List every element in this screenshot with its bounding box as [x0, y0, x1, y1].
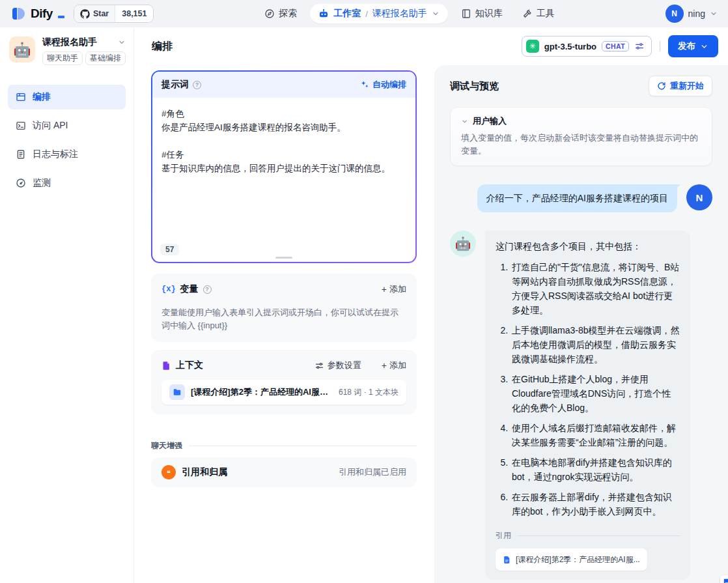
citation-attribution-card[interactable]: ❝ 引用和归属 引用和归属已启用 — [151, 457, 417, 487]
page-title: 编排 — [152, 40, 173, 53]
citation-status: 引用和归属已启用 — [339, 466, 406, 478]
variables-title: 变量 — [180, 283, 199, 295]
char-count-badge: 57 — [160, 244, 179, 255]
restart-button[interactable]: 重新开始 — [649, 76, 712, 96]
add-context-label: 添加 — [389, 360, 406, 371]
dify-logo[interactable]: Dify — [10, 6, 64, 21]
variables-section: {x} 变量 ? + 添加 变量能使用户输入表单引入提示词或开场白，你可以试试在… — [151, 274, 417, 342]
help-icon[interactable]: ? — [203, 285, 212, 294]
model-selector[interactable]: ✳ gpt-3.5-turbo CHAT — [522, 36, 652, 57]
knowledge-item[interactable]: [课程介绍]第2季：产品经理的AI服务... 618 词 · 1 文本块 — [161, 380, 406, 405]
window-icon — [16, 92, 26, 102]
nav-explore-label: 探索 — [279, 8, 297, 20]
sidebar-menu: 编排 访问 API 日志与标注 — [0, 85, 133, 195]
chevron-down-icon[interactable] — [118, 38, 126, 46]
model-name: gpt-3.5-turbo — [544, 42, 596, 51]
knowledge-item-name: [课程介绍]第2季：产品经理的AI服务... — [191, 386, 333, 398]
user-input-header[interactable]: 用户输入 — [461, 115, 701, 127]
context-section: 上下文 参数设置 + 添加 — [151, 350, 417, 414]
bot-message-bubble: 这门课程包含多个项目，其中包括： 打造自己的"干货"信息流，将订阅号、B站等网站… — [485, 231, 690, 580]
debug-title: 调试与预览 — [450, 80, 499, 92]
workspace: 🤖 课程报名助手 聊天助手 基础编排 — [0, 27, 728, 583]
list-item: 在电脑本地部署dify并搭建包含知识库的bot，通过ngrok实现远程访问。 — [511, 455, 680, 484]
chat-enhance-group: 聊天增强 — [151, 440, 417, 451]
robot-icon — [318, 8, 329, 19]
debug-preview-panel: 调试与预览 重新开始 用户输入 — [434, 65, 728, 583]
nav-knowledge[interactable]: 知识库 — [455, 4, 509, 23]
resize-handle[interactable] — [275, 257, 292, 259]
bot-avatar: 🤖 — [450, 231, 476, 257]
app-tag-basic-orchestrate: 基础编排 — [85, 51, 126, 65]
plus-icon: + — [382, 285, 387, 294]
citation-title: 引用和归属 — [182, 466, 227, 478]
list-item: 上手微调llama3-8b模型并在云端微调，然后本地使用微调后的模型，借助云服务… — [511, 323, 680, 366]
publish-button[interactable]: 发布 — [668, 35, 718, 57]
app-info: 🤖 课程报名助手 聊天助手 基础编排 — [0, 36, 133, 65]
list-item: 在云服务器上部署dify，并搭建包含知识库的bot，作为小助手嵌入到网页中。 — [511, 490, 680, 519]
user-name: ning — [688, 8, 705, 19]
logo-underscore — [58, 16, 64, 18]
chevron-down-icon — [710, 10, 718, 18]
sidebar-item-label: 访问 API — [33, 120, 68, 132]
app-tag-chat-assistant: 聊天助手 — [42, 51, 83, 65]
document-icon — [503, 556, 511, 564]
sidebar-item-api[interactable]: 访问 API — [8, 113, 126, 138]
user-avatar: N — [665, 5, 684, 23]
nav-knowledge-label: 知识库 — [475, 8, 503, 20]
user-message-bubble: 介绍一下，产品经理的AI服务搭建课程的项目 — [477, 184, 677, 212]
nav-tools[interactable]: 工具 — [516, 4, 561, 23]
bot-message-row: 🤖 这门课程包含多个项目，其中包括： 打造自己的"干货"信息流，将订阅号、B站等… — [450, 231, 712, 580]
auto-orchestrate-button[interactable]: 自动编排 — [360, 79, 406, 91]
user-input-hint: 填入变量的值，每次启动新会话时该变量将自动替换提示词中的变量。 — [461, 132, 701, 158]
sidebar-item-orchestrate[interactable]: 编排 — [8, 85, 126, 109]
bot-intro-text: 这门课程包含多个项目，其中包括： — [496, 239, 680, 253]
prompt-footer: 57 — [152, 244, 415, 262]
github-icon — [80, 9, 90, 19]
variables-hint: 变量能使用户输入表单引入提示词或开场白，你可以试试在提示词中输入 {{input… — [161, 306, 406, 332]
add-context-button[interactable]: + 添加 — [382, 360, 406, 371]
github-star-badge[interactable]: Star 38,151 — [74, 5, 154, 23]
help-icon[interactable]: ? — [193, 81, 201, 89]
params-settings-button[interactable]: 参数设置 — [315, 360, 361, 371]
main-header: 编排 ✳ gpt-3.5-turbo CHAT 发布 — [134, 27, 728, 65]
breadcrumb-separator: / — [365, 9, 368, 19]
github-star-count: 38,151 — [115, 5, 153, 22]
citation-document[interactable]: [课程介绍]第2季：产品经理的AI服... — [496, 548, 647, 571]
user-menu[interactable]: N ning — [665, 5, 718, 23]
auto-orchestrate-label: 自动编排 — [372, 79, 406, 91]
model-chat-badge: CHAT — [602, 41, 629, 51]
refresh-icon — [657, 81, 666, 91]
sidebar-item-label: 监测 — [33, 177, 51, 189]
dify-logo-icon — [10, 6, 26, 21]
citation-label: 引用 — [496, 528, 511, 543]
chevron-down-icon[interactable] — [432, 10, 440, 18]
sidebar-item-logs[interactable]: 日志与标注 — [8, 142, 126, 167]
context-title: 上下文 — [176, 360, 203, 371]
openai-icon: ✳ — [526, 40, 539, 53]
user-chat-avatar: N — [686, 184, 712, 210]
divider — [660, 41, 660, 51]
model-params-icon[interactable] — [634, 41, 645, 51]
folder-icon — [169, 384, 185, 400]
params-settings-label: 参数设置 — [328, 360, 361, 371]
nav-explore[interactable]: 探索 — [258, 4, 303, 23]
user-input-title: 用户输入 — [473, 115, 507, 127]
nav-studio-breadcrumb[interactable]: 工作室 / 课程报名助手 — [310, 4, 448, 23]
restart-label: 重新开始 — [670, 80, 704, 92]
quote-icon: ❝ — [161, 465, 176, 479]
compass-icon — [264, 8, 275, 19]
nav-tools-label: 工具 — [537, 8, 555, 20]
chevron-down-icon — [700, 42, 708, 51]
terminal-icon — [16, 121, 26, 131]
list-item: 打造自己的"干货"信息流，将订阅号、B站等网站内容自动抓取做成为RSS信息源，方… — [511, 260, 680, 317]
plus-icon: + — [382, 361, 387, 370]
bot-answer-list: 打造自己的"干货"信息流，将订阅号、B站等网站内容自动抓取做成为RSS信息源，方… — [496, 260, 680, 519]
add-variable-button[interactable]: + 添加 — [382, 283, 406, 295]
variable-icon: {x} — [161, 285, 176, 294]
gauge-icon — [16, 178, 26, 188]
citation-document-name: [课程介绍]第2季：产品经理的AI服... — [516, 552, 640, 567]
prompt-textarea[interactable]: #角色 你是产品经理AI服务搭建课程的报名咨询助手。 #任务 基于知识库内的信息… — [152, 98, 415, 244]
chat-enhance-label: 聊天增强 — [151, 440, 182, 451]
sidebar-item-monitoring[interactable]: 监测 — [8, 171, 126, 195]
book-icon — [461, 8, 471, 19]
